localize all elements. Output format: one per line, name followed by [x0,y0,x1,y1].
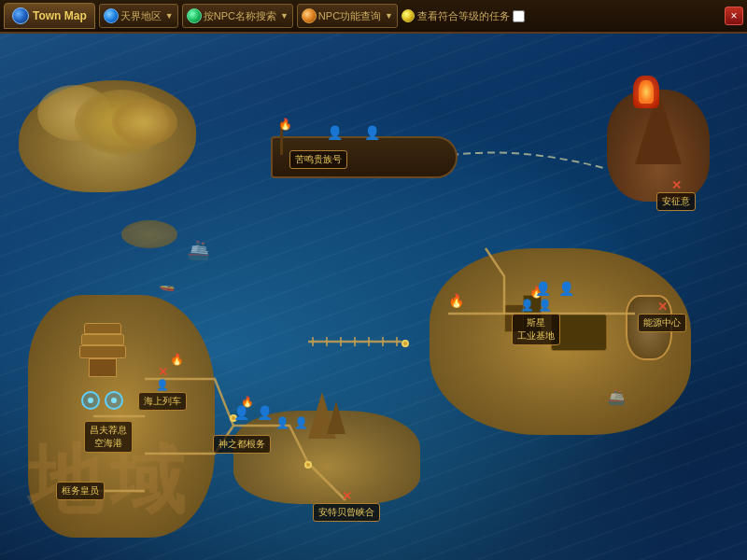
region-icon [104,8,119,23]
ship-label-container: 苦鸣贵族号 [289,150,347,169]
waypoint-harbor-2[interactable] [105,391,123,410]
location-canyon[interactable]: ✕ 安特贝曾峡合 [313,489,380,522]
npc-ship-1[interactable]: 👤 [327,125,343,140]
location-harbor[interactable]: ✕ 👤 海上列车 [138,365,187,411]
location-region1[interactable]: 昌夫荐息 空海港 [84,421,133,453]
level-quest-checkbox-container: 查看符合等级的任务 [402,9,525,23]
npc-shrine-area-2[interactable]: 👤 [294,416,308,429]
npc-search-dropdown[interactable]: 按NPC名称搜索 ▼ [182,4,293,28]
volcano-label[interactable]: 安征意 [656,192,696,211]
npc-ind-extra[interactable]: 👤 [535,281,551,296]
volcano-x-marker: ✕ [671,178,682,192]
npc-harbor[interactable]: 👤 [156,379,169,391]
island-cloud [19,80,205,211]
island-main [430,248,691,435]
canyon-x-marker: ✕ [342,489,352,503]
small-island-mid [121,220,177,248]
npc-function-label: NPC功能查询 [318,9,381,23]
conn-dot-2 [304,461,312,469]
npc-ship-2[interactable]: 👤 [364,125,380,140]
ship-flame: 🔥 [278,118,292,131]
location-volcano[interactable]: ✕ 安征意 [656,178,696,211]
npc-search-arrow: ▼ [280,11,289,21]
npc-mid-2[interactable]: 👤 [257,405,273,420]
tab-title: Town Map [33,9,87,22]
close-button[interactable]: × [725,7,743,25]
location-shrine[interactable]: 神之都根务 [213,435,271,454]
island-coast [28,295,215,538]
region-arrow: ▼ [165,11,174,21]
npc-ind-extra-2[interactable]: 👤 [558,281,574,296]
shrine-label: 神之都根务 [213,435,271,454]
npc-function-arrow: ▼ [385,11,393,21]
npc-function-dropdown[interactable]: NPC功能查询 ▼ [297,4,398,28]
npc-right-1[interactable]: 🔥 [448,293,464,308]
npc-function-icon [302,8,317,23]
quest-icon [402,9,415,22]
water-deco-2: 🚤 [159,276,175,291]
harbor-x-marker: ✕ [158,365,168,379]
water-deco-3: 🚢 [607,388,626,406]
energy-x-marker: ✕ [657,300,668,314]
location-energy[interactable]: ✕ 能源中心 [638,300,686,332]
npc-industrial-1[interactable]: 👤 [520,299,534,312]
region1-label: 昌夫荐息 空海港 [84,421,133,453]
prince-label[interactable]: 框务皇员 [56,482,105,500]
waypoint-harbor[interactable] [81,391,100,410]
npc-mid-1[interactable]: 👤 [233,405,249,420]
energy-label[interactable]: 能源中心 [638,314,686,332]
ship-name-label[interactable]: 苦鸣贵族号 [289,150,347,169]
harbor-label[interactable]: 海上列车 [138,392,187,411]
location-prince[interactable]: 框务皇员 [56,482,105,500]
harbor-flame: 🔥 [170,353,184,366]
globe-icon [12,7,29,24]
npc-industrial-2[interactable]: 👤 [538,299,552,312]
town-map-tab[interactable]: Town Map [4,3,95,29]
npc-shrine-area-1[interactable]: 👤 [275,416,289,429]
quest-checkbox[interactable] [513,10,525,22]
industrial-label: 斯星 工业基地 [512,314,560,345]
npc-search-label: 按NPC名称搜索 [204,9,276,23]
region-label: 天界地区 [120,9,162,23]
topbar: Town Map 天界地区 ▼ 按NPC名称搜索 ▼ NPC功能查询 ▼ 查看符… [0,0,747,34]
ship-container: 👤 👤 苦鸣贵族号 🔥 [261,118,467,192]
water-deco-1: 🚢 [187,239,210,261]
quest-checkbox-label: 查看符合等级的任务 [417,9,510,23]
npc-search-icon [187,8,202,23]
region-dropdown[interactable]: 天界地区 ▼ [99,4,178,28]
map-area: 地域 [0,34,747,560]
canyon-label[interactable]: 安特贝曾峡合 [313,503,380,522]
conn-dot-bridge [402,340,409,347]
